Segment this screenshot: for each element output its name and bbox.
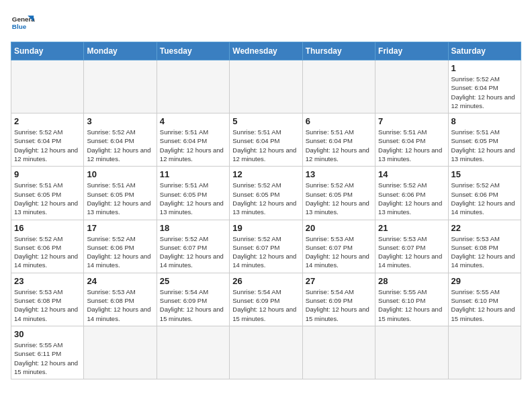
- calendar-cell: 16Sunrise: 5:52 AM Sunset: 6:06 PM Dayli…: [11, 220, 84, 273]
- day-number: 28: [378, 276, 445, 286]
- calendar-cell: 25Sunrise: 5:54 AM Sunset: 6:09 PM Dayli…: [157, 273, 229, 326]
- calendar-header-saturday: Saturday: [448, 42, 521, 60]
- day-info: Sunrise: 5:51 AM Sunset: 6:05 PM Dayligh…: [87, 181, 153, 216]
- day-info: Sunrise: 5:55 AM Sunset: 6:10 PM Dayligh…: [451, 287, 518, 323]
- calendar-cell: 26Sunrise: 5:54 AM Sunset: 6:09 PM Dayli…: [230, 273, 302, 326]
- day-info: Sunrise: 5:51 AM Sunset: 6:05 PM Dayligh…: [14, 181, 81, 216]
- day-number: 11: [160, 169, 226, 179]
- calendar-cell: 23Sunrise: 5:53 AM Sunset: 6:08 PM Dayli…: [11, 273, 84, 326]
- calendar-week-row: 2Sunrise: 5:52 AM Sunset: 6:04 PM Daylig…: [11, 113, 521, 167]
- calendar-week-row: 23Sunrise: 5:53 AM Sunset: 6:08 PM Dayli…: [11, 273, 521, 326]
- calendar-cell: [302, 326, 375, 379]
- day-info: Sunrise: 5:51 AM Sunset: 6:04 PM Dayligh…: [306, 128, 372, 163]
- day-number: 8: [451, 116, 518, 126]
- day-number: 10: [87, 169, 153, 179]
- calendar-table: SundayMondayTuesdayWednesdayThursdayFrid…: [11, 42, 521, 379]
- day-number: 9: [14, 169, 81, 179]
- day-number: 13: [306, 169, 372, 179]
- day-number: 29: [451, 276, 518, 286]
- day-number: 19: [232, 223, 299, 233]
- day-number: 26: [232, 276, 299, 286]
- day-info: Sunrise: 5:53 AM Sunset: 6:08 PM Dayligh…: [87, 287, 153, 323]
- day-info: Sunrise: 5:55 AM Sunset: 6:11 PM Dayligh…: [14, 340, 81, 376]
- day-info: Sunrise: 5:51 AM Sunset: 6:04 PM Dayligh…: [160, 128, 226, 163]
- calendar-cell: 17Sunrise: 5:52 AM Sunset: 6:06 PM Dayli…: [84, 220, 157, 273]
- calendar-cell: [11, 60, 84, 113]
- calendar-cell: 14Sunrise: 5:52 AM Sunset: 6:06 PM Dayli…: [375, 167, 448, 220]
- calendar-cell: 22Sunrise: 5:53 AM Sunset: 6:08 PM Dayli…: [448, 220, 521, 273]
- calendar-cell: [230, 326, 302, 379]
- calendar-cell: 11Sunrise: 5:51 AM Sunset: 6:05 PM Dayli…: [157, 167, 229, 220]
- calendar-header-wednesday: Wednesday: [230, 42, 302, 60]
- calendar-cell: 9Sunrise: 5:51 AM Sunset: 6:05 PM Daylig…: [11, 167, 84, 220]
- day-number: 7: [378, 116, 445, 126]
- day-number: 18: [160, 223, 226, 233]
- calendar-cell: 24Sunrise: 5:53 AM Sunset: 6:08 PM Dayli…: [84, 273, 157, 326]
- day-number: 20: [306, 223, 372, 233]
- day-number: 21: [378, 223, 445, 233]
- day-info: Sunrise: 5:51 AM Sunset: 6:04 PM Dayligh…: [232, 128, 299, 163]
- logo-icon: General Blue: [11, 11, 35, 35]
- day-info: Sunrise: 5:52 AM Sunset: 6:07 PM Dayligh…: [232, 234, 299, 270]
- calendar-cell: 3Sunrise: 5:52 AM Sunset: 6:04 PM Daylig…: [84, 113, 157, 167]
- calendar-cell: 20Sunrise: 5:53 AM Sunset: 6:07 PM Dayli…: [302, 220, 375, 273]
- day-number: 23: [14, 276, 81, 286]
- day-number: 2: [14, 116, 81, 126]
- calendar-cell: [302, 60, 375, 113]
- calendar-cell: [157, 60, 229, 113]
- day-number: 12: [232, 169, 299, 179]
- day-number: 17: [87, 223, 153, 233]
- calendar-header-row: SundayMondayTuesdayWednesdayThursdayFrid…: [11, 42, 521, 60]
- calendar-header-sunday: Sunday: [11, 42, 84, 60]
- calendar-cell: 4Sunrise: 5:51 AM Sunset: 6:04 PM Daylig…: [157, 113, 229, 167]
- calendar-cell: 8Sunrise: 5:51 AM Sunset: 6:05 PM Daylig…: [448, 113, 521, 167]
- calendar-cell: 18Sunrise: 5:52 AM Sunset: 6:07 PM Dayli…: [157, 220, 229, 273]
- calendar-cell: 27Sunrise: 5:54 AM Sunset: 6:09 PM Dayli…: [302, 273, 375, 326]
- day-number: 24: [87, 276, 153, 286]
- calendar-header-thursday: Thursday: [302, 42, 375, 60]
- day-info: Sunrise: 5:54 AM Sunset: 6:09 PM Dayligh…: [232, 287, 299, 323]
- calendar-cell: 10Sunrise: 5:51 AM Sunset: 6:05 PM Dayli…: [84, 167, 157, 220]
- calendar-cell: 13Sunrise: 5:52 AM Sunset: 6:05 PM Dayli…: [302, 167, 375, 220]
- day-info: Sunrise: 5:53 AM Sunset: 6:07 PM Dayligh…: [378, 234, 445, 270]
- day-info: Sunrise: 5:52 AM Sunset: 6:06 PM Dayligh…: [87, 234, 153, 270]
- calendar-cell: 12Sunrise: 5:52 AM Sunset: 6:05 PM Dayli…: [230, 167, 302, 220]
- day-info: Sunrise: 5:52 AM Sunset: 6:06 PM Dayligh…: [451, 181, 518, 216]
- day-number: 22: [451, 223, 518, 233]
- calendar-cell: 19Sunrise: 5:52 AM Sunset: 6:07 PM Dayli…: [230, 220, 302, 273]
- calendar-cell: [375, 326, 448, 379]
- day-number: 5: [232, 116, 299, 126]
- day-info: Sunrise: 5:52 AM Sunset: 6:06 PM Dayligh…: [378, 181, 445, 216]
- day-number: 30: [14, 329, 81, 339]
- day-number: 6: [306, 116, 372, 126]
- day-number: 3: [87, 116, 153, 126]
- calendar-cell: 15Sunrise: 5:52 AM Sunset: 6:06 PM Dayli…: [448, 167, 521, 220]
- calendar-body: 1Sunrise: 5:52 AM Sunset: 6:04 PM Daylig…: [11, 60, 521, 379]
- day-number: 27: [306, 276, 372, 286]
- calendar-cell: 6Sunrise: 5:51 AM Sunset: 6:04 PM Daylig…: [302, 113, 375, 167]
- calendar-cell: 21Sunrise: 5:53 AM Sunset: 6:07 PM Dayli…: [375, 220, 448, 273]
- calendar-cell: [84, 60, 157, 113]
- day-number: 1: [451, 63, 518, 73]
- calendar-header-friday: Friday: [375, 42, 448, 60]
- calendar-week-row: 1Sunrise: 5:52 AM Sunset: 6:04 PM Daylig…: [11, 60, 521, 113]
- calendar-cell: 29Sunrise: 5:55 AM Sunset: 6:10 PM Dayli…: [448, 273, 521, 326]
- calendar-cell: 7Sunrise: 5:51 AM Sunset: 6:04 PM Daylig…: [375, 113, 448, 167]
- day-number: 14: [378, 169, 445, 179]
- day-info: Sunrise: 5:53 AM Sunset: 6:08 PM Dayligh…: [14, 287, 81, 323]
- calendar-cell: 5Sunrise: 5:51 AM Sunset: 6:04 PM Daylig…: [230, 113, 302, 167]
- day-info: Sunrise: 5:52 AM Sunset: 6:04 PM Dayligh…: [451, 75, 518, 110]
- calendar-cell: [448, 326, 521, 379]
- calendar-cell: 2Sunrise: 5:52 AM Sunset: 6:04 PM Daylig…: [11, 113, 84, 167]
- calendar-cell: 30Sunrise: 5:55 AM Sunset: 6:11 PM Dayli…: [11, 326, 84, 379]
- calendar-cell: [230, 60, 302, 113]
- day-info: Sunrise: 5:53 AM Sunset: 6:07 PM Dayligh…: [306, 234, 372, 270]
- calendar-cell: 1Sunrise: 5:52 AM Sunset: 6:04 PM Daylig…: [448, 60, 521, 113]
- day-number: 16: [14, 223, 81, 233]
- day-info: Sunrise: 5:54 AM Sunset: 6:09 PM Dayligh…: [160, 287, 226, 323]
- day-info: Sunrise: 5:52 AM Sunset: 6:06 PM Dayligh…: [14, 234, 81, 270]
- page-header: General Blue: [11, 11, 521, 35]
- day-number: 4: [160, 116, 226, 126]
- calendar-header-tuesday: Tuesday: [157, 42, 229, 60]
- day-info: Sunrise: 5:51 AM Sunset: 6:04 PM Dayligh…: [378, 128, 445, 163]
